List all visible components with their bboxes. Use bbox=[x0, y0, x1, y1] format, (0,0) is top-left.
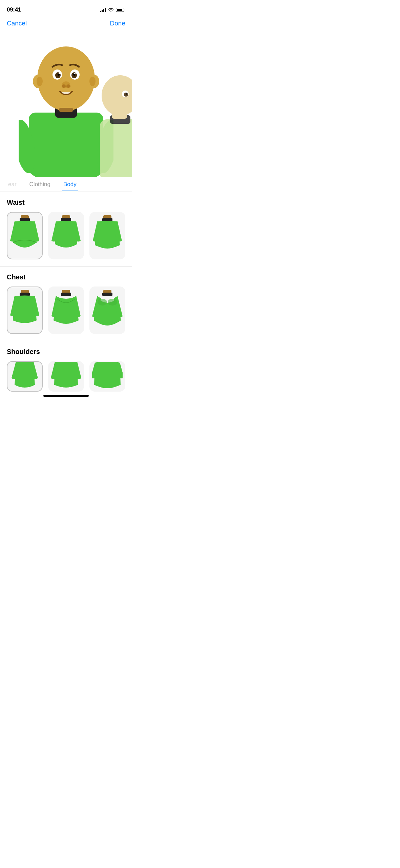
shoulders-title: Shoulders bbox=[7, 348, 125, 356]
svg-point-21 bbox=[66, 84, 70, 88]
tabs-container: ear Clothing Body bbox=[0, 177, 132, 192]
waist-option-3[interactable] bbox=[89, 212, 125, 259]
chest-option-2[interactable] bbox=[48, 287, 84, 334]
svg-rect-41 bbox=[102, 293, 112, 296]
svg-point-42 bbox=[98, 299, 107, 305]
svg-point-43 bbox=[108, 299, 117, 305]
battery-icon bbox=[116, 8, 125, 12]
status-time: 09:41 bbox=[7, 6, 21, 13]
chest-section: Chest bbox=[0, 267, 132, 341]
shoulders-option-3[interactable] bbox=[89, 361, 125, 392]
waist-option-1[interactable] bbox=[7, 212, 43, 259]
svg-point-20 bbox=[62, 84, 66, 88]
waist-section: Waist bbox=[0, 192, 132, 267]
chest-title: Chest bbox=[7, 273, 125, 281]
svg-point-18 bbox=[74, 73, 76, 74]
done-button[interactable]: Done bbox=[110, 20, 125, 27]
avatar-preview bbox=[0, 31, 132, 177]
svg-point-6 bbox=[37, 46, 95, 111]
tab-headwear[interactable]: ear bbox=[7, 178, 18, 191]
svg-rect-1 bbox=[29, 113, 103, 174]
cancel-button[interactable]: Cancel bbox=[7, 20, 27, 27]
home-indicator bbox=[0, 392, 132, 399]
status-icons bbox=[100, 7, 125, 12]
shoulders-option-1[interactable] bbox=[7, 361, 43, 392]
chest-option-1[interactable] bbox=[7, 287, 43, 334]
tab-body[interactable]: Body bbox=[62, 178, 78, 191]
svg-point-8 bbox=[37, 77, 43, 86]
waist-title: Waist bbox=[7, 199, 125, 206]
signal-icon bbox=[100, 7, 106, 12]
waist-option-2[interactable] bbox=[48, 212, 84, 259]
status-bar: 09:41 bbox=[0, 0, 132, 17]
waist-options bbox=[7, 212, 125, 259]
svg-rect-23 bbox=[100, 119, 132, 177]
chest-options bbox=[7, 287, 125, 334]
avatar-side bbox=[98, 75, 132, 177]
svg-point-29 bbox=[126, 93, 127, 95]
shoulders-option-2[interactable] bbox=[48, 361, 84, 392]
home-bar bbox=[43, 395, 89, 397]
shoulders-options bbox=[7, 361, 125, 392]
svg-point-14 bbox=[59, 73, 60, 74]
wifi-icon bbox=[108, 8, 114, 12]
svg-rect-22 bbox=[59, 108, 73, 112]
svg-point-10 bbox=[89, 77, 96, 86]
nav-bar: Cancel Done bbox=[0, 17, 132, 31]
svg-point-28 bbox=[124, 93, 128, 97]
svg-rect-39 bbox=[61, 293, 71, 296]
tab-clothing[interactable]: Clothing bbox=[28, 178, 52, 191]
chest-option-3[interactable] bbox=[89, 287, 125, 334]
shoulders-section: Shoulders bbox=[0, 341, 132, 392]
